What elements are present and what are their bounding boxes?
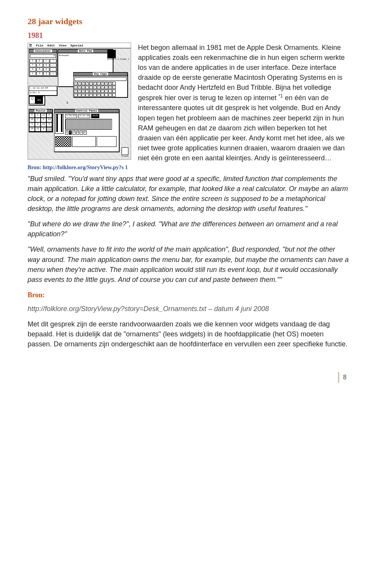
clock-date: 1/31/ 3	[29, 91, 57, 95]
calculator-display: 0	[30, 54, 56, 58]
mac-screenshot: ☰ File Edit View Special Calculator 0 CE…	[28, 43, 131, 160]
apple-menu-icon: ☰	[29, 44, 32, 47]
cp-time: 0:11:18	[78, 114, 90, 118]
calculator-title: Calculator	[34, 49, 52, 53]
keycaps-display	[74, 77, 127, 81]
source-link: http://folklore.org/StoryView.py?story=D…	[28, 304, 349, 314]
year-heading: 1981	[28, 30, 349, 41]
system-label: System 1.1 Finder 1	[107, 58, 129, 61]
clock-time: 12:11:18 AM	[33, 87, 48, 89]
puzzle-window: Puzzle 51126 157213 34108 14119	[29, 109, 53, 132]
quote-3: "Well, ornaments have to fit into the wo…	[28, 244, 349, 284]
menu-edit: Edit	[48, 44, 55, 47]
cp-pattern	[55, 136, 71, 147]
cp-misc	[97, 136, 117, 147]
p1-a: Het begon allemaal in 1981 met de Apple …	[138, 44, 345, 102]
control-panel-title: Control Panel	[75, 109, 99, 112]
keycaps-window: Key Caps 1234567890- qwertyuiop[ asdfghj…	[73, 72, 128, 97]
bron-heading: Bron:	[28, 290, 349, 300]
mac-menubar: ☰ File Edit View Special	[28, 43, 131, 49]
figure-caption: Bron: http://folklore.org/StoryView.py?s…	[28, 163, 131, 171]
cp-keyboard	[65, 119, 112, 130]
trash-icon: Trash	[122, 147, 128, 158]
clock-window: ☐ 12:11:18 AM 1/31/ 3	[29, 86, 57, 95]
cp-slider	[55, 114, 64, 134]
footnote-ref: *1	[278, 93, 283, 99]
menu-special: Special	[71, 44, 84, 47]
p1-b: en één van de interessantere quotes uit …	[138, 94, 345, 162]
page-title: 28 jaar widgets	[28, 15, 349, 28]
paragraph-conclusion: Met dit gesprek zijn de eerste randvoorw…	[28, 319, 349, 349]
calculator-window: Calculator 0 CE=* 789/ 456- 123+	[29, 49, 57, 76]
disk-icon: System 1.1 Finder 1	[107, 50, 129, 61]
figure-block: ☰ File Edit View Special Calculator 0 CE…	[28, 43, 131, 171]
cp-date: 1/31/03	[65, 114, 77, 118]
calculator-keys: CE=* 789/ 456- 123+	[29, 59, 57, 76]
notepad-inner: Notepad	[58, 53, 113, 58]
page-number: 8	[338, 372, 349, 382]
mac-desktop: Calculator 0 CE=* 789/ 456- 123+ Note Pa…	[28, 48, 131, 159]
menu-view: View	[59, 44, 66, 47]
quote-2: "But where do we draw the line?", I aske…	[28, 219, 349, 239]
control-panel-window: Control Panel 1/31/03 0:11:18 0123	[54, 109, 119, 152]
keycaps-title: Key Caps	[93, 72, 108, 76]
page-footer: 8	[28, 372, 349, 382]
small-number: 3	[66, 100, 68, 105]
menu-file: File	[36, 44, 43, 47]
date-widget: ⏲21	[29, 96, 45, 105]
quote-1: "Bud smiled. "You'd want tiny apps that …	[28, 174, 349, 214]
notepad-title: Note Pad	[78, 49, 93, 53]
puzzle-title: Puzzle	[34, 109, 46, 112]
cp-mouse	[72, 136, 96, 147]
puzzle-grid: 51126 157213 34108 14119	[29, 113, 52, 132]
trash-label: Trash	[122, 155, 128, 158]
